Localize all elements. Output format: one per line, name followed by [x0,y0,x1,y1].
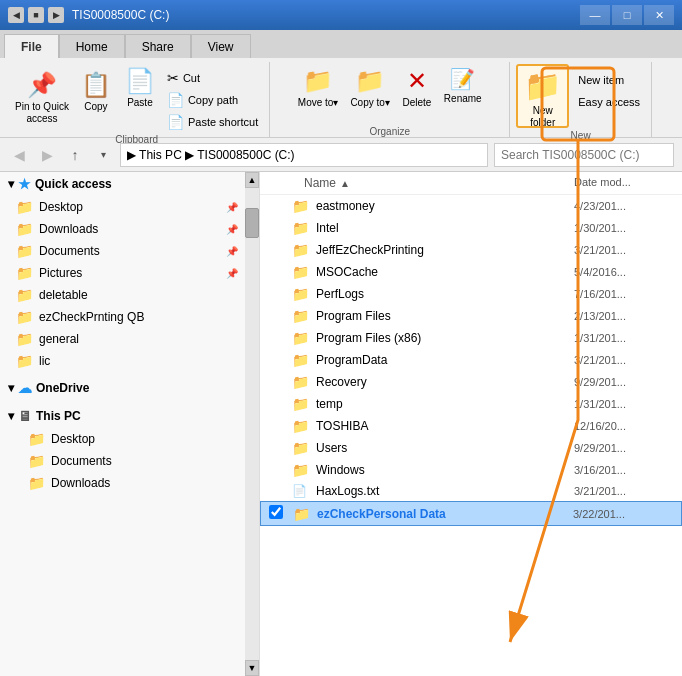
ezcheck-folder-icon: 📁 [16,309,33,325]
column-date[interactable]: Date mod... [574,176,674,190]
quick-access-pin-icon: ★ [18,176,31,192]
deletable-label: deletable [39,288,88,302]
paste-shortcut-button[interactable]: 📄 Paste shortcut [162,112,263,132]
cut-label: Cut [183,72,200,84]
file-date: 1/31/201... [574,332,674,344]
table-row[interactable]: 📁Program Files2/13/201... [260,305,682,327]
clipboard-buttons: 📌 Pin to Quickaccess 📋 Copy 📄 Paste ✂ Cu… [10,64,263,132]
paste-button[interactable]: 📄 Paste [118,64,162,124]
search-input[interactable] [494,143,674,167]
sidebar-item-desktop[interactable]: 📁 Desktop 📌 [0,196,246,218]
sidebar-item-deletable[interactable]: 📁 deletable [0,284,246,306]
scrollbar-track[interactable] [245,188,259,660]
scrollbar-up-arrow[interactable]: ▲ [245,172,259,188]
new-item-label: New item [578,74,624,86]
file-name: TOSHIBA [316,419,568,433]
file-date: 3/16/201... [574,464,674,476]
back-button[interactable]: ◀ [8,144,30,166]
file-list: Name ▲ Date mod... 📁eastmoney4/23/201...… [260,172,682,676]
file-name: HaxLogs.txt [316,484,568,498]
copy-to-button[interactable]: 📁 Copy to▾ [345,64,394,124]
deletable-folder-icon: 📁 [16,287,33,303]
table-row[interactable]: 📁Users9/29/201... [260,437,682,459]
forward-button[interactable]: ▶ [36,144,58,166]
sidebar-item-downloads[interactable]: 📁 Downloads 📌 [0,218,246,240]
general-label: general [39,332,79,346]
sidebar-item-pc-documents[interactable]: 📁 Documents [0,450,246,472]
cut-button[interactable]: ✂ Cut [162,68,263,88]
table-row[interactable]: 📁ezCheckPersonal Data3/22/201... [260,501,682,526]
table-row[interactable]: 📁Intel1/30/201... [260,217,682,239]
rename-button[interactable]: 📝 Rename [439,64,487,124]
scrollbar-down-arrow[interactable]: ▼ [245,660,259,676]
column-name[interactable]: Name ▲ [304,176,574,190]
tab-share[interactable]: Share [125,34,191,58]
sidebar-item-general[interactable]: 📁 general [0,328,246,350]
pictures-pin-icon: 📌 [226,268,238,279]
table-row[interactable]: 📄HaxLogs.txt3/21/201... [260,481,682,501]
desktop-label: Desktop [39,200,83,214]
file-type-icon: 📁 [292,242,310,258]
file-rows-container: 📁eastmoney4/23/201...📁Intel1/30/201...📁J… [260,195,682,526]
tab-home[interactable]: Home [59,34,125,58]
sidebar-item-pc-desktop[interactable]: 📁 Desktop [0,428,246,450]
address-path[interactable]: ▶ This PC ▶ TIS0008500C (C:) [120,143,488,167]
delete-button[interactable]: ✕ Delete [397,64,437,124]
ezcheck-label: ezCheckPrnting QB [39,310,144,324]
sidebar-scrollbar[interactable]: ▲ ▼ [245,172,259,676]
pin-small-icon: 📌 [226,202,238,213]
maximize-button[interactable]: □ [612,5,642,25]
easy-access-button[interactable]: Easy access [573,92,645,112]
general-folder-icon: 📁 [16,331,33,347]
scrollbar-thumb[interactable] [245,208,259,238]
file-date: 3/22/201... [573,508,673,520]
table-row[interactable]: 📁TOSHIBA12/16/20... [260,415,682,437]
sidebar-item-pc-downloads[interactable]: 📁 Downloads [0,472,246,494]
new-folder-button[interactable]: 📁 New folder [516,64,569,128]
file-date: 5/4/2016... [574,266,674,278]
new-folder-icon: 📁 [524,68,561,103]
sidebar-thispc-header[interactable]: ▾ 🖥 This PC [0,404,246,428]
sidebar-item-ezcheck[interactable]: 📁 ezCheckPrnting QB [0,306,246,328]
file-name: Recovery [316,375,568,389]
close-button[interactable]: ✕ [644,5,674,25]
sidebar-quick-access-header[interactable]: ▾ ★ Quick access [0,172,246,196]
copy-button[interactable]: 📋 Copy [76,68,116,128]
lic-folder-icon: 📁 [16,353,33,369]
file-type-icon: 📁 [293,506,311,522]
table-row[interactable]: 📁Windows3/16/201... [260,459,682,481]
up-button[interactable]: ↑ [64,144,86,166]
file-checkbox-cell [269,505,287,522]
sidebar-onedrive-header[interactable]: ▾ ☁ OneDrive [0,376,246,400]
organize-label: Organize [369,126,410,137]
table-row[interactable]: 📁MSOCache5/4/2016... [260,261,682,283]
file-date: 4/23/201... [574,200,674,212]
sidebar-item-pictures[interactable]: 📁 Pictures 📌 [0,262,246,284]
quick-access-label: Quick access [35,177,112,191]
new-label: New [571,130,591,141]
table-row[interactable]: 📁ProgramData3/21/201... [260,349,682,371]
copy-to-label: Copy to▾ [350,97,389,109]
paste-icon: 📄 [125,67,155,95]
onedrive-chevron-icon: ▾ [8,381,14,395]
move-to-button[interactable]: 📁 Move to▾ [293,64,344,124]
file-name: temp [316,397,568,411]
file-name: eastmoney [316,199,568,213]
table-row[interactable]: 📁Recovery9/29/201... [260,371,682,393]
table-row[interactable]: 📁eastmoney4/23/201... [260,195,682,217]
minimize-button[interactable]: — [580,5,610,25]
file-checkbox[interactable] [269,505,283,519]
pin-to-quick-access-button[interactable]: 📌 Pin to Quickaccess [10,68,74,128]
table-row[interactable]: 📁Program Files (x86)1/31/201... [260,327,682,349]
sidebar-item-lic[interactable]: 📁 lic [0,350,246,372]
sidebar-item-documents[interactable]: 📁 Documents 📌 [0,240,246,262]
sort-arrow-icon: ▲ [340,178,350,189]
copy-path-button[interactable]: 📄 Copy path [162,90,263,110]
tab-view[interactable]: View [191,34,251,58]
new-item-button[interactable]: New item [573,70,645,90]
tab-file[interactable]: File [4,34,59,58]
table-row[interactable]: 📁PerfLogs7/16/201... [260,283,682,305]
recent-locations-button[interactable]: ▾ [92,144,114,166]
table-row[interactable]: 📁JeffEzCheckPrinting3/21/201... [260,239,682,261]
table-row[interactable]: 📁temp1/31/201... [260,393,682,415]
